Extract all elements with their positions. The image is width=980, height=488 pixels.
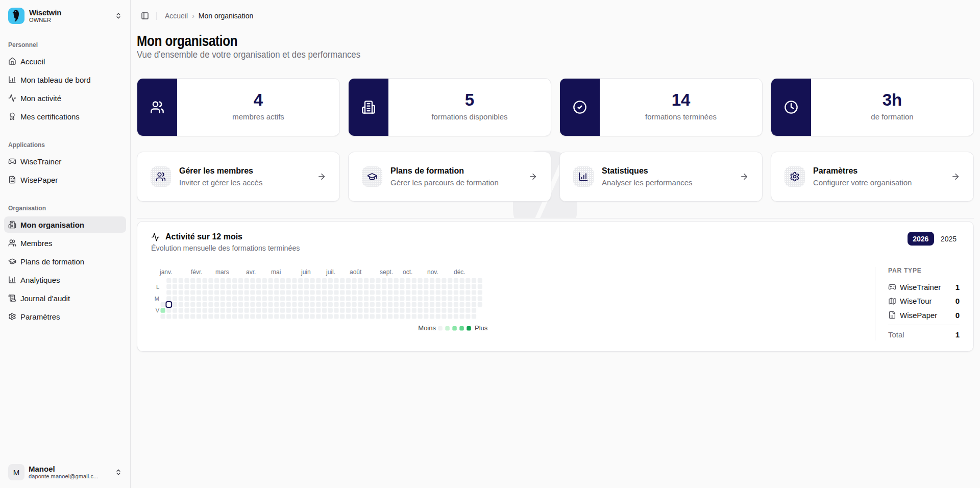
svg-text:L: L: [156, 284, 159, 290]
svg-text:déc.: déc.: [454, 269, 465, 276]
svg-text:janv.: janv.: [159, 269, 172, 276]
svg-text:août: août: [350, 269, 362, 276]
svg-text:oct.: oct.: [403, 269, 412, 276]
svg-text:avr.: avr.: [246, 269, 256, 276]
svg-text:févr.: févr.: [191, 269, 203, 276]
svg-text:juin: juin: [301, 269, 311, 276]
svg-text:mai: mai: [271, 269, 281, 276]
svg-text:Moins: Moins: [418, 324, 436, 332]
svg-text:nov.: nov.: [427, 269, 438, 276]
svg-text:juil.: juil.: [326, 269, 335, 276]
svg-text:sept.: sept.: [380, 269, 393, 276]
svg-text:Plus: Plus: [475, 324, 488, 332]
svg-text:M: M: [155, 296, 159, 302]
svg-text:V: V: [156, 307, 160, 313]
svg-text:mars: mars: [215, 269, 229, 276]
